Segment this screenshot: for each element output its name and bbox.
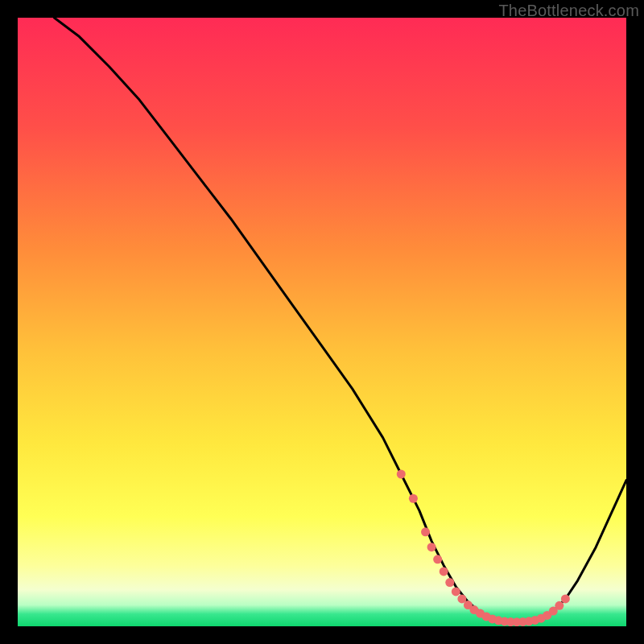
curve-marker	[440, 567, 448, 576]
curve-marker	[397, 470, 406, 479]
curve-marker	[555, 601, 564, 610]
curve-marker	[561, 594, 570, 603]
gradient-background	[18, 18, 626, 626]
curve-marker	[427, 543, 436, 551]
chart-frame	[18, 18, 626, 626]
attribution-text: TheBottleneck.com	[498, 2, 639, 20]
curve-marker	[445, 578, 454, 587]
curve-marker	[409, 494, 418, 503]
curve-marker	[421, 527, 430, 536]
bottleneck-chart	[18, 18, 626, 626]
curve-marker	[452, 587, 460, 596]
curve-marker	[433, 555, 442, 564]
